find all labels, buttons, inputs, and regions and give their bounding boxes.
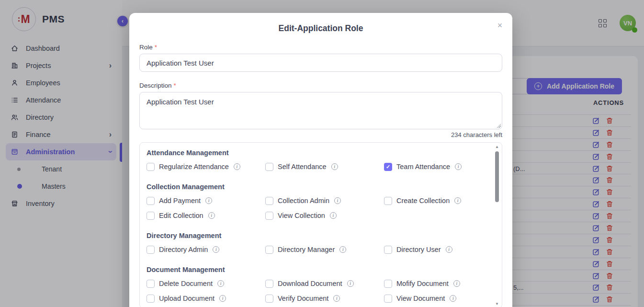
permission-row: Upload DocumentiVerify DocumentiView Doc… — [147, 294, 486, 303]
permission-label: Add Payment — [159, 197, 201, 205]
permission-item-add-payment[interactable]: Add Paymenti — [147, 196, 265, 205]
info-icon[interactable]: i — [446, 246, 452, 253]
permission-item-upload-document[interactable]: Upload Documenti — [147, 294, 265, 303]
checkbox-icon[interactable] — [147, 246, 155, 254]
permission-item-view-collection[interactable]: View Collectioni — [265, 211, 384, 220]
permission-row: Directory AdminiDirectory ManageriDirect… — [147, 245, 486, 254]
permission-item-edit-collection[interactable]: Edit Collectioni — [147, 211, 265, 220]
required-asterisk: * — [174, 82, 176, 89]
permission-item-collection-admin[interactable]: Collection Admini — [265, 196, 384, 205]
checkbox-icon[interactable] — [147, 163, 155, 171]
modal-title: Edit-Application Role — [129, 13, 512, 34]
checkbox-icon[interactable] — [147, 295, 155, 303]
permission-item-directory-admin[interactable]: Directory Admini — [147, 245, 265, 254]
permission-label: Directory Manager — [278, 246, 335, 253]
permissions-scrollbar: ▲ ▼ — [494, 145, 500, 306]
scrollbar-down-arrow-icon[interactable]: ▼ — [495, 302, 499, 306]
role-field-label: Role * — [139, 44, 502, 51]
info-icon[interactable]: i — [219, 295, 226, 302]
permission-item-regularize-attendance[interactable]: Regularize Attendancei — [147, 162, 265, 171]
checkbox-icon[interactable] — [265, 212, 273, 220]
info-icon[interactable]: i — [208, 212, 215, 219]
app-screen: M PMS DashboardProjects›EmployeesAttenda… — [0, 0, 644, 307]
permission-label: Download Document — [278, 280, 342, 287]
checkbox-icon[interactable] — [384, 246, 392, 254]
permission-group-title: Document Management — [147, 266, 486, 273]
checkbox-icon[interactable] — [265, 246, 273, 254]
permission-label: Directory User — [396, 246, 441, 253]
checkbox-icon[interactable] — [265, 280, 273, 288]
info-icon[interactable]: i — [455, 163, 462, 170]
permission-label: Upload Document — [159, 295, 215, 302]
resize-handle[interactable] — [497, 124, 501, 128]
info-icon[interactable]: i — [347, 280, 354, 287]
checkbox-icon[interactable] — [265, 197, 273, 205]
permission-group-title: Collection Management — [147, 183, 486, 191]
characters-left-counter: 234 characters left — [139, 131, 502, 138]
info-icon[interactable]: i — [205, 197, 212, 204]
permission-item-verify-document[interactable]: Verify Documenti — [265, 294, 384, 303]
info-icon[interactable]: i — [339, 246, 346, 253]
info-icon[interactable]: i — [333, 295, 340, 302]
permission-label: Regularize Attendance — [159, 163, 229, 171]
close-icon[interactable]: × — [494, 19, 506, 32]
info-icon[interactable]: i — [450, 295, 456, 302]
permission-label: Directory Admin — [159, 246, 208, 253]
permission-group-title: Directory Management — [147, 232, 486, 239]
permission-item-delete-document[interactable]: Delete Documenti — [147, 279, 265, 288]
checkbox-icon[interactable] — [265, 163, 273, 171]
permission-item-directory-user[interactable]: Directory Useri — [384, 245, 502, 254]
scrollbar-up-arrow-icon[interactable]: ▲ — [495, 145, 499, 149]
info-icon[interactable]: i — [454, 197, 461, 204]
permission-label: Edit Collection — [159, 212, 203, 219]
info-icon[interactable]: i — [213, 246, 219, 253]
checkbox-icon[interactable] — [384, 295, 392, 303]
permission-label: Collection Admin — [278, 197, 329, 205]
info-icon[interactable]: i — [331, 163, 338, 170]
permission-item-self-attendance[interactable]: Self Attendancei — [265, 162, 384, 171]
permission-label: Delete Document — [159, 280, 213, 287]
permission-row: Add PaymentiCollection AdminiCreate Coll… — [147, 196, 486, 205]
permission-item-view-document[interactable]: View Documenti — [384, 294, 502, 303]
permission-item-team-attendance[interactable]: ✓Team Attendancei — [384, 162, 502, 171]
permission-group-title: Attendance Management — [147, 149, 486, 157]
description-wrap: Application Test User — [139, 92, 502, 129]
modal-body: Role * Description * Application Test Us… — [129, 44, 512, 307]
role-label-text: Role — [139, 44, 153, 51]
permission-label: Mofify Document — [396, 280, 449, 287]
info-icon[interactable]: i — [217, 280, 224, 287]
permission-label: View Document — [396, 295, 445, 302]
permission-row: Regularize AttendanceiSelf Attendancei✓T… — [147, 162, 486, 171]
permission-item-create-collection[interactable]: Create Collectioni — [384, 196, 502, 205]
permission-row: Delete DocumentiDownload DocumentiMofify… — [147, 279, 486, 288]
permission-item-directory-manager[interactable]: Directory Manageri — [265, 245, 384, 254]
checkbox-checked-icon[interactable]: ✓ — [384, 163, 392, 171]
checkbox-icon[interactable] — [147, 197, 155, 205]
checkbox-icon[interactable] — [384, 197, 392, 205]
description-textarea[interactable]: Application Test User — [139, 92, 502, 129]
permissions-panel: Attendance ManagementRegularize Attendan… — [139, 142, 502, 307]
permission-label: View Collection — [278, 212, 325, 219]
scrollbar-thumb[interactable] — [495, 151, 499, 202]
info-icon[interactable]: i — [453, 280, 460, 287]
role-input[interactable] — [139, 54, 502, 72]
permission-item-mofify-document[interactable]: Mofify Documenti — [384, 279, 502, 288]
permission-groups: Attendance ManagementRegularize Attendan… — [147, 149, 486, 303]
info-icon[interactable]: i — [330, 212, 337, 219]
checkbox-icon[interactable] — [265, 295, 273, 303]
description-label-text: Description — [139, 82, 172, 89]
permission-label: Team Attendance — [396, 163, 450, 171]
permission-row: Edit CollectioniView Collectioni — [147, 211, 486, 220]
permission-label: Verify Document — [278, 295, 328, 302]
checkbox-icon[interactable] — [147, 280, 155, 288]
edit-application-role-modal: Edit-Application Role × Role * Descripti… — [129, 13, 512, 307]
description-field-label: Description * — [139, 82, 502, 89]
checkbox-icon[interactable] — [384, 280, 392, 288]
permission-item-download-document[interactable]: Download Documenti — [265, 279, 384, 288]
checkbox-icon[interactable] — [147, 212, 155, 220]
required-asterisk: * — [155, 44, 157, 51]
permission-label: Self Attendance — [278, 163, 327, 171]
permission-label: Create Collection — [396, 197, 450, 205]
info-icon[interactable]: i — [234, 163, 240, 170]
info-icon[interactable]: i — [334, 197, 341, 204]
